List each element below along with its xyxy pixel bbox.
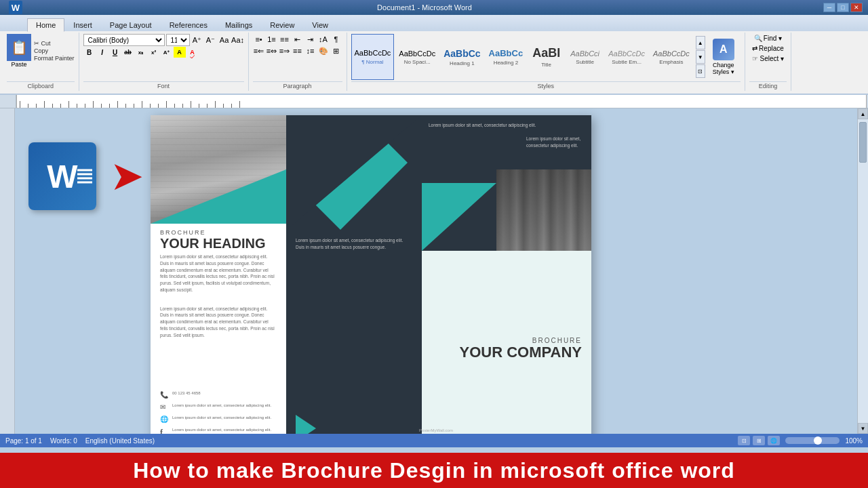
superscript-button[interactable]: x² xyxy=(148,47,160,58)
vertical-scrollbar[interactable]: ▲ ▼ xyxy=(857,108,868,434)
minimize-button[interactable]: ─ xyxy=(823,3,835,12)
style-emphasis-preview: AaBbCcDc xyxy=(653,49,690,58)
styles-scroll-down[interactable]: ▼ xyxy=(696,50,705,64)
style-subtle-emphasis[interactable]: AaBbCcDc Subtle Em... xyxy=(605,34,648,80)
brochure-left-title: YOUR HEADING xyxy=(160,236,277,251)
format-painter-button[interactable]: Format Painter xyxy=(34,55,75,62)
find-button[interactable]: 🔍 Find ▾ xyxy=(751,34,785,43)
globe-icon: 🌐 xyxy=(160,415,168,423)
style-normal-preview: AaBbCcDc xyxy=(355,49,391,57)
ruler-marks xyxy=(16,95,867,108)
style-subtle-em-preview: AaBbCcDc xyxy=(608,49,645,58)
replace-button[interactable]: ⇄ Replace xyxy=(749,44,787,53)
borders-button[interactable]: ⊞ xyxy=(330,45,342,56)
underline-button[interactable]: U xyxy=(109,47,121,58)
style-heading1[interactable]: AaBbCc Heading 1 xyxy=(440,34,484,80)
tab-insert[interactable]: Insert xyxy=(64,18,101,31)
change-styles-button[interactable]: A ChangeStyles ▾ xyxy=(707,35,741,79)
tab-references[interactable]: References xyxy=(161,18,216,31)
paste-icon: 📋 xyxy=(7,34,31,61)
font-size-select[interactable]: 11 xyxy=(166,34,190,46)
select-button[interactable]: ☞ Select ▾ xyxy=(749,54,787,63)
styles-more-button[interactable]: ⊡ xyxy=(696,64,705,78)
line-spacing-button[interactable]: ↕≡ xyxy=(304,45,317,56)
style-no-spacing[interactable]: AaBbCcDc No Spaci... xyxy=(395,34,439,80)
style-no-spacing-preview: AaBbCcDc xyxy=(399,49,435,58)
document-area: W ➤ xyxy=(15,108,857,434)
tab-view[interactable]: View xyxy=(303,18,337,31)
justify-button[interactable]: ≡≡ xyxy=(292,45,304,56)
maximize-button[interactable]: □ xyxy=(837,3,849,12)
tab-mailings[interactable]: Mailings xyxy=(216,18,261,31)
paragraph-label: Paragraph xyxy=(253,81,342,89)
numbering-button[interactable]: 1≡ xyxy=(266,34,278,45)
style-subtitle[interactable]: AaBbCci Subtitle xyxy=(566,34,604,80)
style-normal-check: ¶ Normal xyxy=(361,59,383,65)
multilevel-button[interactable]: ≡≡ xyxy=(279,34,291,45)
tab-home[interactable]: Home xyxy=(27,18,64,32)
clear-format-button[interactable]: Aa xyxy=(218,35,231,45)
tab-review[interactable]: Review xyxy=(261,18,303,31)
sort-button[interactable]: ↕A xyxy=(317,34,330,45)
strikethrough-button[interactable]: ab xyxy=(122,47,134,58)
highlight-button[interactable]: A xyxy=(174,47,186,58)
cut-button[interactable]: ✂ Cut xyxy=(34,40,75,47)
scroll-track[interactable] xyxy=(858,119,868,423)
align-right-button[interactable]: ≡⇒ xyxy=(279,45,291,56)
zoom-slider[interactable] xyxy=(785,437,840,444)
contact-email: ✉ Lorem ipsum dolor sit amet, consectetu… xyxy=(160,403,277,411)
bullets-button[interactable]: ≡• xyxy=(253,34,265,45)
font-color-button[interactable]: A xyxy=(186,47,199,58)
status-right: ⊡ ⊞ 🌐 100% xyxy=(738,436,863,445)
show-para-button[interactable]: ¶ xyxy=(330,34,342,45)
brochure-left-body: Lorem ipsum dolor sit amet, consectetur … xyxy=(160,253,277,293)
subscript-button[interactable]: x₂ xyxy=(135,47,147,58)
increase-indent-button[interactable]: ⇥ xyxy=(304,34,317,45)
bottom-banner: How to make Brochure Desgin in microsoft… xyxy=(0,453,868,488)
scroll-thumb[interactable] xyxy=(859,122,867,163)
change-case-button[interactable]: Aa↕ xyxy=(232,35,244,45)
replace-label: Replace xyxy=(759,45,784,52)
style-title[interactable]: AaBI Title xyxy=(528,34,565,80)
replace-icon: ⇄ xyxy=(752,45,757,52)
brochure-right-panel: Lorem ipsum dolor sit amet, consectetur … xyxy=(422,115,591,434)
paste-button[interactable]: 📋 Paste xyxy=(7,34,31,68)
building-image-right xyxy=(496,169,591,251)
font-name-select[interactable]: Calibri (Body) xyxy=(83,34,165,46)
style-subtitle-preview: AaBbCci xyxy=(570,49,599,58)
font-label: Font xyxy=(83,81,244,89)
word-w-letter: W xyxy=(47,158,77,195)
italic-button[interactable]: I xyxy=(96,47,108,58)
brochure-right-title: YOUR COMPANY xyxy=(460,344,583,361)
print-layout-button[interactable]: ⊡ xyxy=(738,436,750,445)
facebook-icon: f xyxy=(160,428,168,434)
style-heading2[interactable]: AaBbCc Heading 2 xyxy=(486,34,527,80)
decrease-indent-button[interactable]: ⇤ xyxy=(292,34,304,45)
styles-scroll-up[interactable]: ▲ xyxy=(696,36,705,49)
tab-page-layout[interactable]: Page Layout xyxy=(101,18,161,31)
teal-arrow-decoration xyxy=(296,415,316,434)
brochure-preview: BROCHURE YOUR HEADING Lorem ipsum dolor … xyxy=(151,115,591,434)
social-text: Lorem ipsum dolor sit amet, consectetur … xyxy=(172,427,271,432)
close-button[interactable]: ✕ xyxy=(850,3,863,12)
bold-button[interactable]: B xyxy=(83,47,96,58)
zoom-thumb[interactable] xyxy=(814,436,822,445)
text-effects-button[interactable]: A⁺ xyxy=(161,47,173,58)
scroll-up-button[interactable]: ▲ xyxy=(858,108,868,119)
grow-font-button[interactable]: A⁺ xyxy=(191,35,203,45)
brochure-left-text: BROCHURE YOUR HEADING Lorem ipsum dolor … xyxy=(151,224,286,299)
style-emphasis[interactable]: AaBbCcDc Emphasis xyxy=(650,34,693,80)
web-layout-button[interactable]: 🌐 xyxy=(768,436,780,445)
full-screen-button[interactable]: ⊞ xyxy=(753,436,765,445)
styles-group: AaBbCcDc ¶ Normal AaBbCcDc No Spaci... A… xyxy=(347,33,745,91)
ruler-corner xyxy=(1,95,16,108)
align-left-button[interactable]: ≡⇐ xyxy=(253,45,265,56)
shading-button[interactable]: 🎨 xyxy=(317,45,330,56)
shrink-font-button[interactable]: A⁻ xyxy=(205,35,217,45)
phone-icon: 📞 xyxy=(160,391,168,399)
scroll-down-button[interactable]: ▼ xyxy=(858,423,868,434)
align-center-button[interactable]: ≡⇔ xyxy=(266,45,278,56)
copy-button[interactable]: Copy xyxy=(34,47,75,54)
email-text: Lorem ipsum dolor sit amet, consectetur … xyxy=(172,403,271,408)
style-normal[interactable]: AaBbCcDc ¶ Normal xyxy=(351,34,395,80)
